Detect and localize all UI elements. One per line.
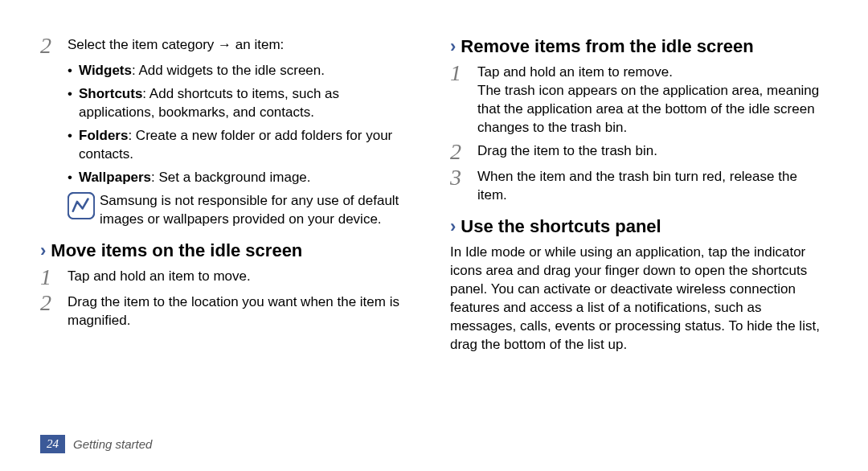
bullet-label: Widgets [79,63,132,78]
step-number: 2 [450,141,477,163]
step-text: Select the item category → an item: [68,36,418,55]
bullet-label: Wallpapers [79,170,151,185]
heading-text: Move items on the idle screen [51,240,302,260]
step-text: When the item and the trash bin turn red… [477,168,828,205]
step-text-line2: The trash icon appears on the applicatio… [477,83,819,135]
step-number: 2 [40,292,68,314]
step-number: 2 [40,35,68,57]
page-footer: 24 Getting started [40,435,152,453]
move-step-2: 2 Drag the item to the location you want… [40,293,418,330]
bullet-label: Folders [79,128,128,143]
step-text-line1: Tap and hold an item to remove. [477,64,673,80]
step-number: 1 [450,62,477,84]
category-bullet-list: Widgets: Add widgets to the idle screen.… [68,62,418,187]
heading-text: Use the shortcuts panel [461,216,661,236]
page-body: 2 Select the item category → an item: Wi… [0,0,868,471]
left-column: 2 Select the item category → an item: Wi… [40,36,418,471]
move-step-1: 1 Tap and hold an item to move. [40,268,418,289]
chevron-icon: › [450,216,456,236]
bullet-wallpapers: Wallpapers: Set a background image. [68,169,418,187]
remove-step-3: 3 When the item and the trash bin turn r… [450,168,828,205]
note-text: Samsung is not responsible for any use o… [100,192,418,229]
shortcuts-paragraph: In Idle mode or while using an applicati… [450,244,828,354]
chevron-icon: › [40,240,46,260]
bullet-text: : Add widgets to the idle screen. [132,63,325,78]
heading-move-items: ›Move items on the idle screen [40,240,418,261]
step-number: 3 [450,166,477,189]
remove-step-2: 2 Drag the item to the trash bin. [450,142,828,163]
step-text: Tap and hold an item to move. [68,268,418,286]
bullet-folders: Folders: Create a new folder or add fold… [68,127,418,164]
step-text: Drag the item to the trash bin. [477,142,828,161]
step-text: Tap and hold an item to remove. The tras… [477,63,828,137]
step-text: Drag the item to the location you want w… [68,293,418,330]
bullet-text: : Set a background image. [151,170,310,185]
page-number: 24 [40,435,65,453]
bullet-shortcuts: Shortcuts: Add shortcuts to items, such … [68,85,418,122]
remove-step-1: 1 Tap and hold an item to remove. The tr… [450,63,828,137]
heading-shortcuts-panel: ›Use the shortcuts panel [450,216,828,237]
footer-section-name: Getting started [73,437,152,451]
note-icon [68,192,95,219]
bullet-widgets: Widgets: Add widgets to the idle screen. [68,62,418,80]
step-number: 1 [40,266,68,289]
heading-remove-items: ›Remove items from the idle screen [450,36,828,57]
right-column: ›Remove items from the idle screen 1 Tap… [450,36,828,471]
bullet-label: Shortcuts [79,86,142,101]
note-row: Samsung is not responsible for any use o… [68,192,418,229]
step-2-select-category: 2 Select the item category → an item: [40,36,418,57]
chevron-icon: › [450,36,456,56]
heading-text: Remove items from the idle screen [461,36,753,56]
